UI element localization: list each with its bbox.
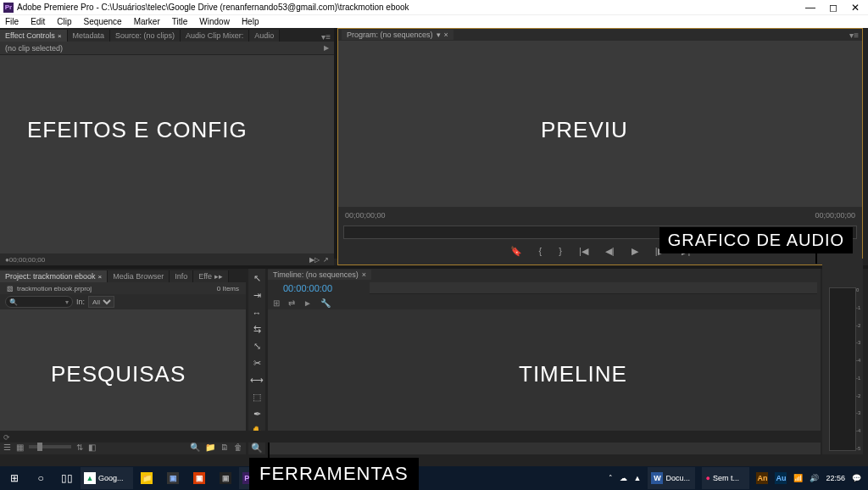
callout-line (815, 252, 817, 264)
ripple-edit-tool-icon[interactable]: ↔ (250, 306, 264, 320)
export-icon[interactable]: ↗ (323, 256, 329, 264)
program-tabs: Program: (no sequences)▾× ▾≡ (338, 29, 862, 41)
in-point-icon[interactable]: { (539, 246, 542, 256)
tab-media-browser[interactable]: Media Browser (108, 270, 170, 282)
sort-icon[interactable]: ⇅ (76, 443, 83, 452)
tray-notifications-icon[interactable]: 💬 (852, 474, 861, 482)
pen-tool-icon[interactable]: ✒ (250, 407, 264, 420)
icon-view-icon[interactable]: ▦ (16, 443, 24, 452)
cortana-button[interactable]: ○ (28, 467, 53, 489)
status-icon[interactable]: ⟳ (3, 433, 10, 442)
settings-icon[interactable]: 🔧 (320, 298, 331, 308)
close-tab-icon[interactable]: × (98, 273, 103, 281)
linked-selection-icon[interactable]: ⇄ (288, 298, 295, 308)
program-monitor-viewport[interactable] (338, 41, 862, 207)
tray-drive-icon[interactable]: ▲ (634, 474, 642, 482)
menu-marker[interactable]: Marker (134, 17, 160, 26)
tab-audio[interactable]: Audio (249, 30, 280, 42)
in-label: In: (76, 298, 85, 306)
menu-window[interactable]: Window (199, 17, 230, 26)
list-view-icon[interactable]: ☰ (3, 443, 11, 452)
menu-clip[interactable]: Clip (57, 17, 71, 26)
maximize-button[interactable]: ◻ (829, 2, 837, 14)
item-count: 0 Items (217, 285, 239, 292)
tray-notif[interactable]: ●Sem t... (702, 467, 749, 489)
loop-icon[interactable]: ▶▷ (309, 256, 320, 264)
rolling-edit-tool-icon[interactable]: ⇆ (250, 323, 264, 337)
tab-program[interactable]: Program: (no sequences)▾× (342, 30, 453, 40)
step-back-icon[interactable]: ◀| (605, 246, 615, 257)
track-select-tool-icon[interactable]: ⇥ (250, 289, 264, 303)
close-tab-icon[interactable]: × (362, 270, 366, 279)
thumbnail-size-slider[interactable] (29, 445, 71, 448)
go-to-out-icon[interactable]: ▶| (682, 246, 691, 257)
panel-menu-icon[interactable]: ▾≡ (318, 32, 334, 42)
tab-effects[interactable]: Effe▸▸ (193, 270, 229, 282)
slide-tool-icon[interactable]: ⬚ (250, 390, 264, 404)
menu-help[interactable]: Help (242, 17, 259, 26)
start-button[interactable]: ⊞ (2, 467, 27, 489)
tray-app-an[interactable]: An (756, 472, 768, 484)
dropdown-icon[interactable]: ▾ (437, 31, 441, 39)
close-tab-icon[interactable]: × (58, 32, 62, 40)
rate-stretch-tool-icon[interactable]: ⤡ (250, 340, 264, 354)
tray-wifi-icon[interactable]: 📶 (793, 474, 803, 482)
timecode-right[interactable]: 00;00;00;00 (815, 211, 855, 220)
tools-panel: ↖ ⇥ ↔ ⇆ ⤡ ✂ ⟷ ⬚ ✒ ✋ 🔍 (248, 269, 265, 454)
zoom-tool-icon[interactable]: 🔍 (250, 441, 264, 454)
menu-edit[interactable]: Edit (31, 17, 45, 26)
razor-tool-icon[interactable]: ✂ (250, 357, 264, 370)
program-timeline-strip[interactable] (343, 226, 857, 239)
tray-up-icon[interactable]: ˄ (609, 474, 613, 482)
taskbar-app-misc2[interactable]: ▣ (186, 467, 212, 489)
menu-title[interactable]: Title (172, 17, 188, 26)
selection-tool-icon[interactable]: ↖ (250, 272, 264, 286)
tab-label: Project: trackmotion ebook (5, 272, 96, 281)
project-header: ▧ trackmotion ebook.prproj 0 Items (0, 282, 246, 294)
taskbar-app-misc3[interactable]: ▣ (213, 467, 238, 489)
minimize-button[interactable]: — (805, 2, 815, 14)
step-forward-icon[interactable]: |▶ (655, 246, 665, 257)
menu-sequence[interactable]: Sequence (84, 17, 122, 26)
taskbar-app-misc1[interactable]: ▣ (160, 467, 186, 489)
tray-onedrive-icon[interactable]: ☁ (620, 474, 627, 482)
snap-icon[interactable]: ⊞ (273, 298, 280, 308)
out-point-icon[interactable]: } (559, 246, 562, 256)
find-icon[interactable]: 🔍 (190, 443, 200, 452)
menu-file[interactable]: File (5, 17, 19, 26)
marker-add-icon[interactable]: ► (303, 298, 312, 308)
tab-timeline[interactable]: Timeline: (no sequences)× (268, 270, 371, 280)
tab-info[interactable]: Info (170, 270, 193, 282)
taskbar-app-premiere[interactable]: PrAdob... (239, 467, 292, 489)
play-icon[interactable]: ▶ (632, 246, 638, 257)
tray-word[interactable]: WDocu... (648, 467, 695, 489)
tray-clock[interactable]: 22:56 (826, 475, 845, 482)
close-button[interactable]: ✕ (851, 2, 860, 14)
close-tab-icon[interactable]: × (444, 31, 448, 39)
panel-menu-icon[interactable]: ▾≡ (846, 31, 862, 40)
tab-project[interactable]: Project: trackmotion ebook× (0, 270, 108, 282)
status-bar: ⟳ (0, 431, 868, 443)
tray-app-au[interactable]: Au (775, 472, 787, 484)
tab-effect-controls[interactable]: Effect Controls× (0, 30, 68, 42)
tab-metadata[interactable]: Metadata (68, 30, 111, 42)
slip-tool-icon[interactable]: ⟷ (250, 373, 264, 387)
task-view-button[interactable]: ▯▯ (54, 467, 80, 489)
taskbar-app-google[interactable]: ▲Goog... (81, 467, 133, 489)
timeline-ruler[interactable] (370, 282, 817, 294)
project-bin-body[interactable] (0, 309, 246, 439)
marker-icon[interactable]: 🔖 (510, 246, 522, 257)
go-to-in-icon[interactable]: |◀ (579, 246, 588, 257)
auto-icon[interactable]: ◧ (88, 443, 96, 452)
new-bin-icon[interactable]: 📁 (205, 443, 215, 452)
delete-icon[interactable]: 🗑 (234, 443, 242, 452)
timecode-left[interactable]: 00;00;00;00 (345, 211, 386, 220)
new-item-icon[interactable]: 🗎 (220, 443, 229, 452)
expand-icon[interactable]: ▶ (324, 44, 329, 52)
search-input[interactable]: 🔍▾ (5, 296, 73, 308)
in-filter-select[interactable]: All (88, 296, 114, 308)
tab-source[interactable]: Source: (no clips) (110, 30, 181, 42)
tray-volume-icon[interactable]: 🔊 (810, 474, 819, 482)
tab-audio-mixer[interactable]: Audio Clip Mixer: (181, 30, 249, 42)
taskbar-app-explorer[interactable]: 📁 (134, 467, 159, 489)
